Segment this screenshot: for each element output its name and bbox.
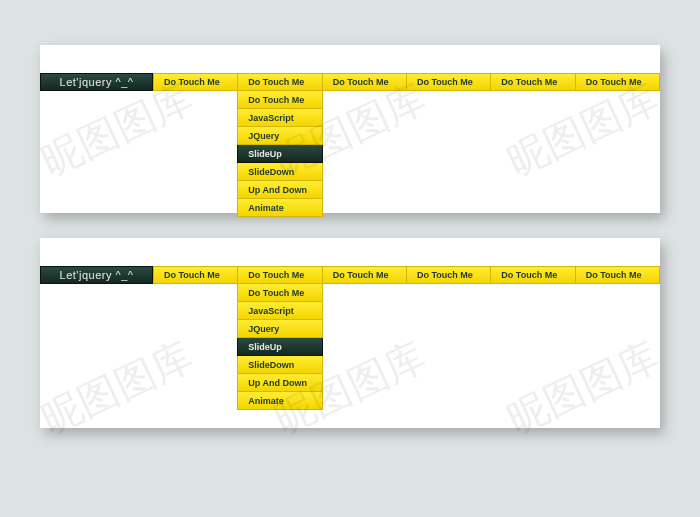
brand-label: Let'jquery ^_^ xyxy=(40,73,153,91)
menu-item[interactable]: Do Touch Me xyxy=(323,266,407,284)
menu-1: Do Touch MeDo Touch MeDo Touch MeJavaScr… xyxy=(153,73,660,91)
navbar-2: Let'jquery ^_^ Do Touch MeDo Touch MeDo … xyxy=(40,266,660,284)
dropdown-item[interactable]: Do Touch Me xyxy=(237,91,322,109)
demo-panel-1: Let'jquery ^_^ Do Touch MeDo Touch MeDo … xyxy=(40,45,660,213)
dropdown-item[interactable]: SlideDown xyxy=(237,356,322,374)
menu-item[interactable]: Do Touch Me xyxy=(576,266,660,284)
menu-item[interactable]: Do Touch Me xyxy=(491,73,575,91)
dropdown-item[interactable]: JavaScript xyxy=(237,109,322,127)
dropdown-item[interactable]: Up And Down xyxy=(237,374,322,392)
dropdown: Do Touch MeJavaScriptJQuerySlideUpSlideD… xyxy=(237,284,322,410)
menu-item[interactable]: Do Touch Me xyxy=(407,73,491,91)
menu-item[interactable]: Do Touch Me xyxy=(153,73,238,91)
dropdown-item[interactable]: Up And Down xyxy=(237,181,322,199)
dropdown-item[interactable]: Do Touch Me xyxy=(237,284,322,302)
dropdown-item[interactable]: SlideUp xyxy=(237,338,322,356)
dropdown-item[interactable]: SlideDown xyxy=(237,163,322,181)
menu-item[interactable]: Do Touch MeDo Touch MeJavaScriptJQuerySl… xyxy=(238,266,322,284)
dropdown-item[interactable]: JQuery xyxy=(237,127,322,145)
dropdown-item[interactable]: SlideUp xyxy=(237,145,322,163)
menu-2: Do Touch MeDo Touch MeDo Touch MeJavaScr… xyxy=(153,266,660,284)
demo-panel-2: Let'jquery ^_^ Do Touch MeDo Touch MeDo … xyxy=(40,238,660,428)
dropdown-item[interactable]: JavaScript xyxy=(237,302,322,320)
menu-item[interactable]: Do Touch Me xyxy=(491,266,575,284)
brand-label: Let'jquery ^_^ xyxy=(40,266,153,284)
dropdown-item[interactable]: Animate xyxy=(237,199,322,217)
dropdown-item[interactable]: JQuery xyxy=(237,320,322,338)
menu-item[interactable]: Do Touch Me xyxy=(153,266,238,284)
navbar-1: Let'jquery ^_^ Do Touch MeDo Touch MeDo … xyxy=(40,73,660,91)
menu-item[interactable]: Do Touch Me xyxy=(576,73,660,91)
dropdown: Do Touch MeJavaScriptJQuerySlideUpSlideD… xyxy=(237,91,322,217)
menu-item[interactable]: Do Touch Me xyxy=(323,73,407,91)
menu-item[interactable]: Do Touch MeDo Touch MeJavaScriptJQuerySl… xyxy=(238,73,322,91)
menu-item[interactable]: Do Touch Me xyxy=(407,266,491,284)
dropdown-item[interactable]: Animate xyxy=(237,392,322,410)
